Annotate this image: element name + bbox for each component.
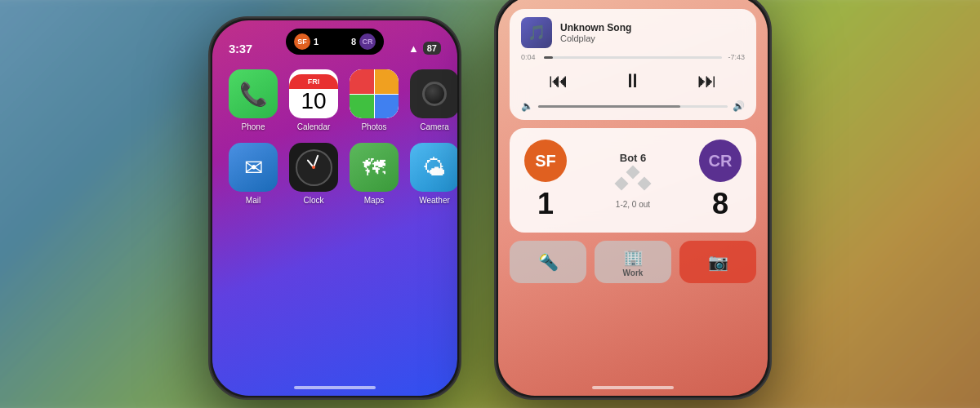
inning-label: Bot 6 — [620, 152, 647, 164]
team1-score: 1 — [537, 187, 554, 221]
status-time: 3:37 — [229, 42, 252, 55]
wifi-icon: ▲ — [408, 42, 419, 55]
team2-block: CR 8 — [699, 140, 742, 221]
app-icon-maps[interactable]: 🗺 Maps — [350, 143, 399, 205]
app-grid: 📞 Phone FRI 10 Calendar — [229, 69, 441, 205]
calendar-app-label: Calendar — [297, 122, 331, 131]
mail-app-icon: ✉ — [229, 143, 278, 192]
team1-block: SF 1 — [524, 140, 567, 221]
music-artwork: 🎵 — [521, 17, 552, 48]
outs-info: 1-2, 0 out — [616, 200, 650, 209]
weather-app-label: Weather — [419, 196, 450, 205]
photos-cell-4 — [375, 95, 399, 119]
app-icon-photos[interactable]: Photos — [350, 69, 399, 131]
photos-cell-3 — [350, 95, 374, 119]
calendar-day: FRI — [289, 74, 338, 89]
app-icon-calendar[interactable]: FRI 10 Calendar — [289, 69, 338, 131]
music-progress-bar[interactable] — [544, 56, 722, 59]
photos-cell-1 — [350, 69, 374, 94]
team2-score: 8 — [712, 187, 728, 221]
volume-fill — [538, 105, 680, 108]
work-icon: 🏢 — [623, 247, 644, 267]
second-base — [626, 166, 640, 180]
clock-app-icon — [289, 143, 338, 192]
clock-center-dot — [312, 166, 315, 169]
phone2-home-indicator — [592, 386, 674, 389]
photos-cell-2 — [375, 69, 399, 94]
di-team2-score: 8 — [351, 37, 356, 47]
sf-logo: SF — [524, 140, 567, 182]
first-base — [638, 177, 652, 191]
di-left: SF 1 — [294, 33, 318, 50]
maps-app-icon: 🗺 — [350, 143, 399, 192]
di-right: 8 CR — [351, 33, 376, 50]
maps-app-label: Maps — [364, 196, 384, 205]
clock-app-label: Clock — [303, 196, 323, 205]
volume-max-icon: 🔊 — [733, 100, 745, 112]
third-base — [615, 177, 629, 191]
sf-team-logo: SF — [294, 33, 310, 50]
baseball-center: Bot 6 1-2, 0 out — [615, 152, 651, 209]
di-team1-score: 1 — [314, 37, 318, 47]
music-title: Unknown Song — [560, 22, 745, 33]
volume-row: 🔈 🔊 — [521, 100, 745, 112]
weather-app-icon: 🌤 — [410, 143, 457, 192]
music-artist: Coldplay — [560, 33, 745, 43]
rewind-button[interactable]: ⏮ — [544, 68, 573, 94]
calendar-date: 10 — [301, 89, 326, 114]
app-icon-phone[interactable]: 📞 Phone — [229, 69, 278, 131]
music-info: Unknown Song Coldplay — [560, 22, 745, 43]
photos-app-icon — [350, 69, 399, 118]
flashlight-button[interactable]: 🔦 — [510, 241, 586, 283]
battery-badge: 87 — [423, 42, 441, 55]
volume-bar[interactable] — [538, 105, 728, 108]
clock-face — [296, 149, 332, 186]
phone2-screen: 🎵 Unknown Song Coldplay 0:04 -7:43 — [498, 0, 768, 396]
app-icon-weather[interactable]: 🌤 Weather — [410, 143, 457, 205]
volume-min-icon: 🔈 — [521, 100, 533, 112]
camera-app-label: Camera — [420, 122, 449, 131]
calendar-app-icon: FRI 10 — [289, 69, 338, 118]
baseball-teams: SF 1 Bot 6 1-2, 0 out — [524, 140, 742, 221]
pause-button[interactable]: ⏸ — [618, 68, 648, 94]
app-icon-camera[interactable]: Camera — [410, 69, 457, 131]
work-label: Work — [623, 268, 644, 277]
music-top: 🎵 Unknown Song Coldplay — [521, 17, 745, 48]
music-remaining: -7:43 — [727, 53, 745, 61]
phone1-home-indicator — [294, 386, 376, 389]
baseball-card: SF 1 Bot 6 1-2, 0 out — [510, 128, 756, 233]
music-card: 🎵 Unknown Song Coldplay 0:04 -7:43 — [510, 9, 756, 120]
phone2: 🎵 Unknown Song Coldplay 0:04 -7:43 — [494, 0, 772, 400]
app-icon-mail[interactable]: ✉ Mail — [229, 143, 278, 205]
phone1: SF 1 8 CR 3:37 ▲ 87 📞 — [208, 16, 461, 400]
camera-app-icon — [410, 69, 457, 118]
cr-team-logo: CR — [359, 33, 376, 50]
cr-logo: CR — [699, 140, 742, 182]
baseball-diamond — [615, 167, 651, 197]
work-button[interactable]: 🏢 Work — [595, 241, 671, 283]
fastforward-button[interactable]: ⏭ — [693, 68, 722, 94]
app-icon-clock[interactable]: Clock — [289, 143, 338, 205]
music-controls: ⏮ ⏸ ⏭ — [521, 68, 745, 94]
dynamic-island: SF 1 8 CR — [286, 29, 384, 55]
camera-cc-button[interactable]: 📷 — [679, 241, 756, 283]
phone-app-icon: 📞 — [229, 69, 278, 118]
cc-buttons: 🔦 🏢 Work 📷 — [510, 241, 756, 283]
mail-app-label: Mail — [246, 196, 261, 205]
music-progress-row: 0:04 -7:43 — [521, 53, 745, 61]
photos-app-label: Photos — [361, 122, 386, 131]
control-center: 🎵 Unknown Song Coldplay 0:04 -7:43 — [498, 0, 768, 295]
music-progress-fill — [544, 56, 553, 59]
scene: SF 1 8 CR 3:37 ▲ 87 📞 — [0, 0, 980, 408]
camera-lens — [422, 82, 447, 106]
music-elapsed: 0:04 — [521, 53, 539, 61]
phone1-screen: SF 1 8 CR 3:37 ▲ 87 📞 — [212, 20, 457, 396]
status-right: ▲ 87 — [408, 42, 441, 55]
phone-app-label: Phone — [242, 122, 265, 131]
